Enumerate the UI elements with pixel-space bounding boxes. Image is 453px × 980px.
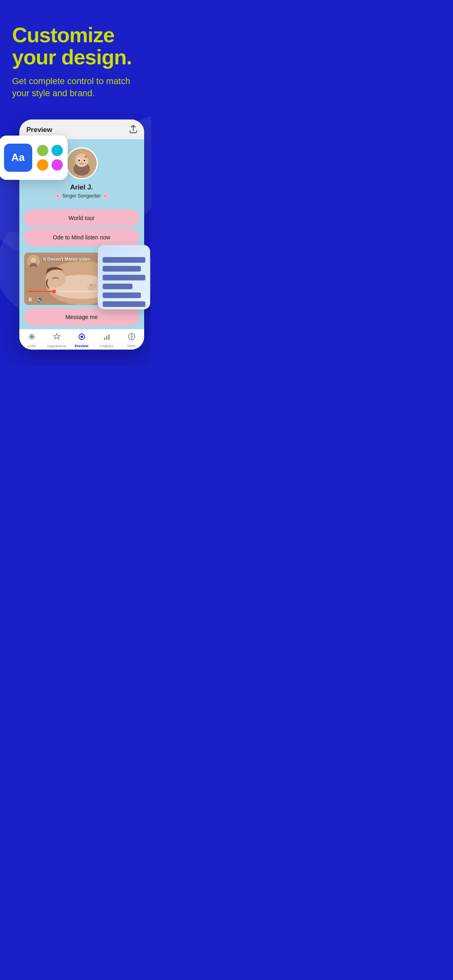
font-icon: Aa [4,144,32,172]
analytics-icon [103,333,111,343]
nav-preview-label: Preview [74,344,88,348]
nav-appearance[interactable]: Appearance [44,333,69,348]
svg-point-12 [46,270,66,288]
color-dot-purple [52,159,63,171]
svg-point-5 [78,159,80,161]
theme-line-6 [103,301,145,307]
world-tour-button[interactable]: World tour [24,209,139,227]
video-progress-dot [52,290,56,293]
message-button[interactable]: Message me [24,308,139,326]
preview-icon [78,333,86,343]
share-icon[interactable] [130,125,137,135]
phone-container: Aa Preview [7,119,144,350]
nav-more[interactable]: More [119,333,144,348]
nav-links-label: Links [27,344,36,348]
theme-lines [98,249,150,309]
theme-line-1 [103,257,145,263]
video-small-avatar [27,255,39,267]
page-subtitle: Get complete control to match your style… [12,75,139,99]
links-icon [28,333,36,343]
color-dot-green [37,145,48,156]
nav-analytics[interactable]: Analytics [94,333,119,348]
svg-point-6 [83,159,85,161]
theme-line-2 [103,266,141,272]
svg-rect-25 [106,336,107,340]
theme-line-3 [103,275,145,280]
volume-icon[interactable]: 🔈 [37,296,44,303]
color-dot-cyan [52,145,63,156]
links-section: World tour Ode to Mind listen now [19,205,144,251]
svg-point-23 [81,336,83,338]
svg-point-14 [90,284,92,286]
nav-preview[interactable]: Preview [69,333,94,348]
theme-line-4 [103,284,132,289]
bottom-navigation: Links Appearance [19,329,144,350]
nav-links[interactable]: Links [19,333,44,348]
color-dots-grid [37,145,63,171]
ode-to-mind-button[interactable]: Ode to Mind listen now [24,229,139,246]
svg-rect-26 [108,334,110,340]
more-icon [128,333,136,343]
page-title: Customize your design. [12,24,139,68]
nav-appearance-label: Appearance [47,344,66,348]
profile-name: Ariel J. [70,183,93,191]
preview-label: Preview [27,126,52,134]
message-section: Message me [19,308,144,329]
theme-line-5 [103,292,141,298]
svg-point-16 [31,257,36,262]
nav-more-label: More [127,344,136,348]
nav-analytics-label: Analytics [99,344,114,348]
pause-icon[interactable]: ⏸ [27,296,33,303]
appearance-icon [53,333,61,343]
header-section: Customize your design. Get complete cont… [0,0,151,111]
profile-avatar [66,147,98,179]
floating-theme-card [98,245,150,309]
video-title: It Doesn't Matter video [43,257,91,261]
page-wrapper: Customize your design. Get complete cont… [0,0,151,366]
floating-font-color-widget: Aa [0,136,68,180]
svg-rect-24 [104,338,105,340]
profile-bio: 🌸 Singer Songwriter 🌸 [55,193,108,199]
video-progress-fill [27,291,55,292]
color-dot-orange [37,159,48,171]
